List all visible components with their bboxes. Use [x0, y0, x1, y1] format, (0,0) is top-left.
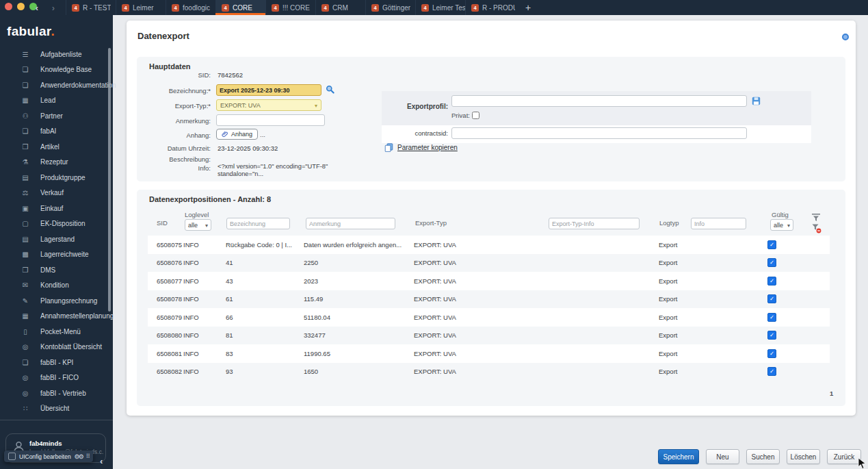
sidebar-item-label: Produktgruppe	[40, 174, 86, 181]
gueltig-checkbox[interactable]	[767, 367, 776, 376]
browser-tab[interactable]: 4 !!! CORE	[265, 0, 315, 15]
sidebar-item[interactable]: ▦ Annahmestellenplanung	[0, 309, 113, 325]
sidebar-item[interactable]: ▦ Lead	[0, 93, 113, 109]
sidebar-item[interactable]: ⚖ Verkauf	[0, 186, 113, 201]
sidebar-item[interactable]: ❐ DMS	[0, 262, 113, 278]
sidebar-item[interactable]: ▩ Lagerreichweite	[0, 247, 113, 263]
loeschen-button[interactable]: Löschen	[787, 449, 820, 464]
help-icon[interactable]	[842, 34, 849, 40]
save-disk-icon[interactable]	[752, 97, 761, 105]
bezeichnung-filter-input[interactable]	[226, 218, 290, 229]
sidebar: fabular. ☰ Aufgabenliste ❏ Knowledge Bas…	[0, 15, 113, 469]
sidebar-scrollbar[interactable]	[108, 48, 111, 312]
sidebar-item[interactable]: ☰ Aufgabenliste	[0, 47, 113, 62]
browser-tab[interactable]: 4 CORE	[215, 0, 265, 15]
page-number[interactable]: 1	[830, 390, 833, 397]
sidebar-item[interactable]: ◎ Kontoblatt Übersicht	[0, 340, 113, 355]
info-filter-input[interactable]	[691, 218, 746, 229]
sidebar-item[interactable]: ❐ Artikel	[0, 139, 113, 155]
browser-tab[interactable]: 4 CRM	[315, 0, 365, 15]
gueltig-checkbox[interactable]	[767, 294, 776, 303]
cell-export-typ: EXPORT: UVA	[414, 290, 456, 309]
cell-logtyp: Export	[659, 236, 677, 254]
zurueck-button[interactable]: Zurück	[827, 449, 861, 464]
table-row[interactable]: 6508075 INFO Rückgabe Code: 0 | I... Dat…	[148, 236, 830, 254]
anmerkung-filter-input[interactable]	[306, 218, 395, 229]
sidebar-item[interactable]: ❏ fabBI - KPI	[0, 355, 113, 370]
close-window-icon[interactable]	[5, 3, 12, 10]
back-icon[interactable]	[31, 0, 42, 15]
minimize-window-icon[interactable]	[17, 3, 25, 10]
settings-gears-icon[interactable]	[75, 453, 83, 460]
sidebar-item[interactable]: ∷ Übersicht	[0, 401, 113, 417]
browser-tab[interactable]: 4 Göttinger	[365, 0, 415, 15]
sidebar-item[interactable]: ❏ Anwenderdokumentation	[0, 77, 113, 93]
anmerkung-input[interactable]	[216, 114, 325, 126]
sidebar-item[interactable]: ✉ Kondition	[0, 278, 113, 294]
bezeichnung-input[interactable]	[216, 84, 321, 96]
uiconfig-checkbox[interactable]	[8, 453, 16, 460]
gueltig-filter-select[interactable]: alle	[770, 219, 793, 231]
sidebar-item[interactable]: ❏ Knowledge Base	[0, 62, 113, 78]
sidebar-item[interactable]: ▤ Lagerstand	[0, 231, 113, 247]
anhang-more[interactable]: ...	[260, 131, 265, 138]
contractsid-input[interactable]	[451, 127, 747, 139]
export-typ-info-filter-input[interactable]	[549, 218, 640, 229]
table-row[interactable]: 6508079 INFO 66 51180.04 EXPORT: UVA Exp…	[148, 308, 830, 327]
browser-tab[interactable]: 4 foodlogic	[166, 0, 215, 15]
uiconfig-bar: UIConfig bearbeiten	[4, 451, 93, 462]
table-row[interactable]: 6508078 INFO 61 115.49 EXPORT: UVA Expor…	[148, 290, 830, 309]
hauptdaten-title: Hauptdaten	[149, 62, 191, 71]
drag-grip-icon[interactable]	[86, 453, 90, 459]
loglevel-filter-select[interactable]: alle	[185, 219, 211, 231]
gueltig-checkbox[interactable]	[767, 277, 776, 286]
kontoblatt-icon: ◎	[21, 343, 30, 351]
gueltig-checkbox[interactable]	[767, 331, 776, 340]
suchen-button[interactable]: Suchen	[746, 449, 780, 464]
filter-clear-icon[interactable]	[811, 223, 821, 233]
browser-tab[interactable]: 4 R - PRODU...	[465, 0, 515, 15]
cell-anmerkung: 51180.04	[304, 308, 330, 327]
cell-export-typ: EXPORT: UVA	[414, 254, 456, 272]
sidebar-item[interactable]: ✎ Planungsrechnung	[0, 293, 113, 309]
cell-loglevel: INFO	[183, 272, 199, 290]
sidebar-item[interactable]: ▢ EK-Disposition	[0, 216, 113, 232]
sidebar-item[interactable]: ▣ Einkauf	[0, 201, 113, 216]
parameter-kopieren-link[interactable]: Parameter kopieren	[397, 144, 458, 151]
copy-icon[interactable]	[384, 143, 393, 152]
cell-loglevel: INFO	[183, 236, 199, 254]
table-row[interactable]: 6508082 INFO 93 1650 EXPORT: UVA Export	[148, 363, 830, 381]
gueltig-checkbox[interactable]	[767, 349, 776, 358]
speichern-button[interactable]: Speichern	[658, 449, 699, 464]
exportprofil-input[interactable]	[451, 95, 747, 107]
anhang-button[interactable]: Anhang	[216, 129, 258, 140]
table-row[interactable]: 6508081 INFO 83 11990.65 EXPORT: UVA Exp…	[148, 344, 830, 363]
forward-icon[interactable]	[48, 0, 59, 15]
table-row[interactable]: 6508077 INFO 43 2023 EXPORT: UVA Export	[148, 272, 830, 290]
sidebar-item[interactable]: ⚗ Rezeptur	[0, 155, 113, 170]
lookup-magnifier-icon[interactable]	[326, 85, 334, 94]
cell-sid: 6508075	[157, 236, 182, 254]
neu-button[interactable]: Neu	[706, 449, 739, 464]
browser-tab[interactable]: 4 Leimer Test	[415, 0, 465, 15]
filter-apply-icon[interactable]	[811, 213, 821, 223]
exportprofil-row: Exportprofil: Privat:	[382, 91, 811, 125]
table-row[interactable]: 6508076 INFO 41 2250 EXPORT: UVA Export	[148, 254, 830, 272]
sidebar-item[interactable]: ⚇ Partner	[0, 108, 113, 124]
gueltig-checkbox[interactable]	[767, 313, 776, 322]
browser-tab[interactable]: 4 Leimer	[116, 0, 166, 15]
beschreibung-label: Beschreibung:	[137, 155, 211, 163]
sidebar-item[interactable]: ◎ fabBI - Vertrieb	[0, 385, 113, 401]
gueltig-checkbox[interactable]	[767, 240, 776, 249]
collapse-sidebar-icon[interactable]	[100, 456, 103, 466]
sidebar-item[interactable]: ❏ fabAI	[0, 124, 113, 140]
export-typ-select[interactable]: EXPORT: UVA	[216, 99, 321, 111]
privat-checkbox[interactable]	[472, 112, 479, 119]
gueltig-checkbox[interactable]	[767, 258, 776, 267]
sidebar-item[interactable]: ▤ Produktgruppe	[0, 170, 113, 186]
browser-tab[interactable]: 4 R - TEST	[66, 0, 116, 15]
table-row[interactable]: 6508080 INFO 81 332477 EXPORT: UVA Expor…	[148, 327, 830, 345]
new-tab-button[interactable]	[519, 0, 537, 15]
sidebar-item[interactable]: ◎ fabBI - FICO	[0, 370, 113, 386]
sidebar-item[interactable]: ▯ Pocket-Menü	[0, 324, 113, 340]
